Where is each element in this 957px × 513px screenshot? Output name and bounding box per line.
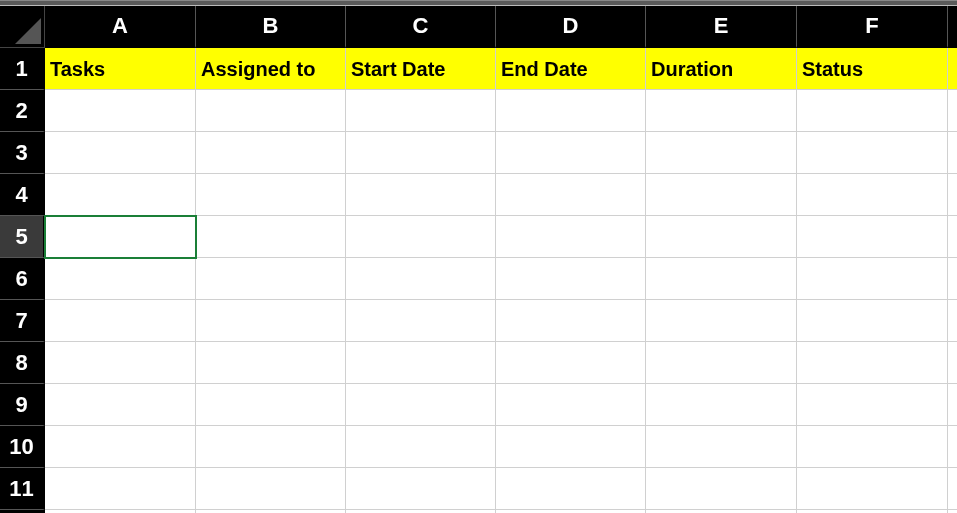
- cell-A5[interactable]: [45, 216, 196, 258]
- cell-E7[interactable]: [646, 300, 797, 342]
- cell-E10[interactable]: [646, 426, 797, 468]
- cell-F11[interactable]: [797, 468, 948, 510]
- cell-D9[interactable]: [496, 384, 646, 426]
- cell-E8[interactable]: [646, 342, 797, 384]
- row-header-9[interactable]: 9: [0, 384, 45, 426]
- cell-A2[interactable]: [45, 90, 196, 132]
- cell-F8[interactable]: [797, 342, 948, 384]
- cell-D6[interactable]: [496, 258, 646, 300]
- row-header-8[interactable]: 8: [0, 342, 45, 384]
- cell-F9[interactable]: [797, 384, 948, 426]
- cell-E9[interactable]: [646, 384, 797, 426]
- cell-partial-7: [948, 300, 957, 342]
- cell-A1[interactable]: Tasks: [45, 48, 196, 90]
- cell-D3[interactable]: [496, 132, 646, 174]
- row-header-4[interactable]: 4: [0, 174, 45, 216]
- column-label: D: [563, 13, 579, 39]
- cell-C2[interactable]: [346, 90, 496, 132]
- cell-C5[interactable]: [346, 216, 496, 258]
- cell-E11[interactable]: [646, 468, 797, 510]
- cell-partial-5: [948, 216, 957, 258]
- row-header-2[interactable]: 2: [0, 90, 45, 132]
- cell-D5[interactable]: [496, 216, 646, 258]
- select-all-corner[interactable]: [0, 6, 45, 48]
- cell-F6[interactable]: [797, 258, 948, 300]
- row-header-11[interactable]: 11: [0, 468, 45, 510]
- row-header-3[interactable]: 3: [0, 132, 45, 174]
- cell-C9[interactable]: [346, 384, 496, 426]
- cell-C11[interactable]: [346, 468, 496, 510]
- cell-E6[interactable]: [646, 258, 797, 300]
- column-label: B: [263, 13, 279, 39]
- row-label: 6: [15, 266, 27, 292]
- cell-B1[interactable]: Assigned to: [196, 48, 346, 90]
- cell-F3[interactable]: [797, 132, 948, 174]
- cell-partial-4: [948, 174, 957, 216]
- cell-D11[interactable]: [496, 468, 646, 510]
- cell-D8[interactable]: [496, 342, 646, 384]
- row-header-1[interactable]: 1: [0, 48, 45, 90]
- column-header-C[interactable]: C: [346, 6, 496, 48]
- column-header-F[interactable]: F: [797, 6, 948, 48]
- cell-B3[interactable]: [196, 132, 346, 174]
- cell-A8[interactable]: [45, 342, 196, 384]
- cell-B8[interactable]: [196, 342, 346, 384]
- row-header-5[interactable]: 5: [0, 216, 45, 258]
- cell-D7[interactable]: [496, 300, 646, 342]
- cell-F5[interactable]: [797, 216, 948, 258]
- cell-partial-11: [948, 468, 957, 510]
- cell-B7[interactable]: [196, 300, 346, 342]
- cell-F2[interactable]: [797, 90, 948, 132]
- cell-A3[interactable]: [45, 132, 196, 174]
- row-header-6[interactable]: 6: [0, 258, 45, 300]
- cell-E3[interactable]: [646, 132, 797, 174]
- cell-D2[interactable]: [496, 90, 646, 132]
- cell-A9[interactable]: [45, 384, 196, 426]
- cell-partial-10: [948, 426, 957, 468]
- cell-C8[interactable]: [346, 342, 496, 384]
- cell-C1[interactable]: Start Date: [346, 48, 496, 90]
- column-label: E: [714, 13, 729, 39]
- cell-D10[interactable]: [496, 426, 646, 468]
- cell-B9[interactable]: [196, 384, 346, 426]
- cell-A4[interactable]: [45, 174, 196, 216]
- row-label: 8: [15, 350, 27, 376]
- cell-B4[interactable]: [196, 174, 346, 216]
- cell-C4[interactable]: [346, 174, 496, 216]
- column-header-A[interactable]: A: [45, 6, 196, 48]
- cell-B11[interactable]: [196, 468, 346, 510]
- cell-B6[interactable]: [196, 258, 346, 300]
- cell-E2[interactable]: [646, 90, 797, 132]
- cell-C7[interactable]: [346, 300, 496, 342]
- cell-F10[interactable]: [797, 426, 948, 468]
- cell-D4[interactable]: [496, 174, 646, 216]
- cell-C3[interactable]: [346, 132, 496, 174]
- row-header-10[interactable]: 10: [0, 426, 45, 468]
- cell-B5[interactable]: [196, 216, 346, 258]
- column-header-E[interactable]: E: [646, 6, 797, 48]
- cell-E4[interactable]: [646, 174, 797, 216]
- cell-F4[interactable]: [797, 174, 948, 216]
- cell-A7[interactable]: [45, 300, 196, 342]
- cell-F7[interactable]: [797, 300, 948, 342]
- cell-C10[interactable]: [346, 426, 496, 468]
- row-header-7[interactable]: 7: [0, 300, 45, 342]
- cell-F1[interactable]: Status: [797, 48, 948, 90]
- cell-value: Start Date: [351, 58, 445, 81]
- cell-A6[interactable]: [45, 258, 196, 300]
- cell-E5[interactable]: [646, 216, 797, 258]
- cell-B2[interactable]: [196, 90, 346, 132]
- cell-D1[interactable]: End Date: [496, 48, 646, 90]
- column-label: C: [413, 13, 429, 39]
- cell-E1[interactable]: Duration: [646, 48, 797, 90]
- cell-C6[interactable]: [346, 258, 496, 300]
- cell-A10[interactable]: [45, 426, 196, 468]
- cell-B10[interactable]: [196, 426, 346, 468]
- cell-partial-9: [948, 384, 957, 426]
- cell-value: Assigned to: [201, 58, 315, 81]
- cell-A11[interactable]: [45, 468, 196, 510]
- column-header-B[interactable]: B: [196, 6, 346, 48]
- spreadsheet-grid: A B C D E F 1 Tasks Assigned to Start Da…: [0, 6, 957, 513]
- cell-value: Status: [802, 58, 863, 81]
- column-header-D[interactable]: D: [496, 6, 646, 48]
